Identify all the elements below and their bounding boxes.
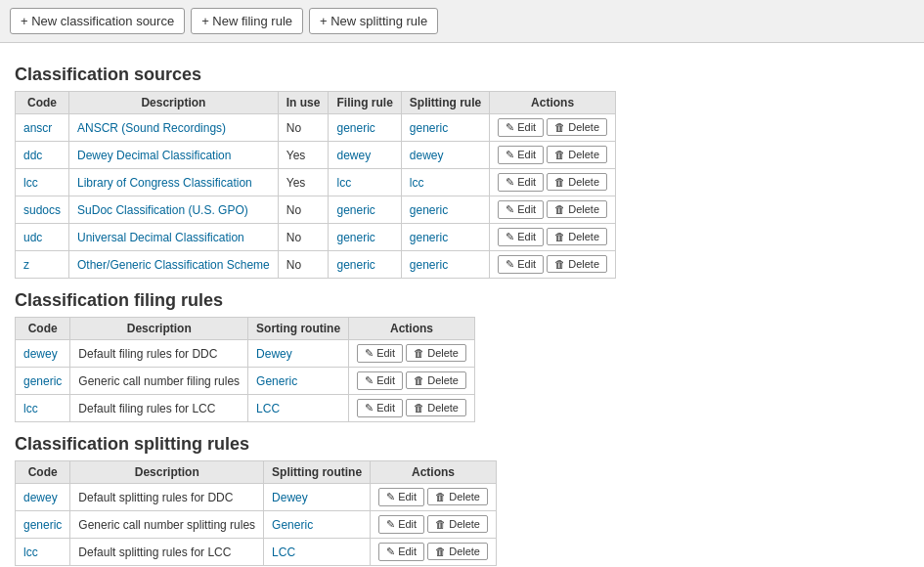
edit-button[interactable]: ✎ Edit [498,228,544,246]
delete-button[interactable]: 🗑 Delete [406,371,466,389]
filing-actions: ✎ Edit🗑 Delete [349,368,475,395]
edit-button[interactable]: ✎ Edit [357,371,403,390]
col-sorting-routine: Sorting routine [248,318,349,340]
table-row: lcc Library of Congress Classification Y… [16,169,616,196]
edit-button[interactable]: ✎ Edit [498,146,544,164]
edit-button[interactable]: ✎ Edit [498,173,544,192]
filing-sorting-routine: Dewey [248,340,349,368]
col-code: Code [16,461,70,484]
source-code: udc [16,224,69,251]
table-row: dewey Default splitting rules for DDC De… [16,484,497,511]
splitting-description: Generic call number splitting rules [70,511,264,539]
delete-button[interactable]: 🗑 Delete [547,200,607,218]
table-row: sudocs SuDoc Classification (U.S. GPO) N… [16,196,616,224]
source-actions: ✎ Edit🗑 Delete [490,196,616,224]
source-code: ddc [16,142,69,169]
edit-button[interactable]: ✎ Edit [378,488,424,506]
col-actions: Actions [349,318,475,340]
edit-button[interactable]: ✎ Edit [357,344,403,363]
main-content: Classification sources Code Description … [0,43,924,567]
splitting-rules-title: Classification splitting rules [15,434,909,455]
source-code: z [16,251,69,279]
source-filing-rule: dewey [329,142,401,169]
new-classification-source-button[interactable]: + New classification source [10,8,185,34]
col-actions: Actions [371,461,497,484]
table-row: z Other/Generic Classification Scheme No… [16,251,616,279]
source-filing-rule: generic [329,224,401,251]
delete-button[interactable]: 🗑 Delete [547,255,607,273]
source-description: ANSCR (Sound Recordings) [69,114,279,142]
new-filing-rule-button[interactable]: + New filing rule [191,8,303,34]
source-in-use: No [278,224,329,251]
table-row: lcc Default splitting rules for LCC LCC … [16,539,497,566]
delete-button[interactable]: 🗑 Delete [547,228,607,245]
splitting-rules-table: Code Description Splitting routine Actio… [15,460,497,566]
delete-button[interactable]: 🗑 Delete [427,543,488,560]
table-row: generic Generic call number splitting ru… [16,511,497,539]
delete-button[interactable]: 🗑 Delete [406,344,466,362]
splitting-routine: Dewey [264,484,371,511]
col-filing-rule: Filing rule [329,92,401,114]
edit-button[interactable]: ✎ Edit [498,118,544,137]
source-actions: ✎ Edit🗑 Delete [490,114,616,142]
splitting-description: Default splitting rules for DDC [70,484,264,511]
filing-rules-section: Classification filing rules Code Descrip… [15,290,909,422]
delete-button[interactable]: 🗑 Delete [547,173,607,191]
filing-code: generic [16,368,70,395]
table-row: anscr ANSCR (Sound Recordings) No generi… [16,114,616,142]
splitting-code: generic [16,511,70,539]
source-filing-rule: generic [329,251,401,279]
splitting-routine: LCC [264,539,371,566]
filing-rules-title: Classification filing rules [15,290,909,311]
delete-button[interactable]: 🗑 Delete [406,399,466,416]
splitting-actions: ✎ Edit🗑 Delete [371,539,497,566]
filing-sorting-routine: Generic [248,368,349,395]
col-in-use: In use [278,92,329,114]
edit-button[interactable]: ✎ Edit [378,543,424,561]
source-description: Library of Congress Classification [69,169,279,196]
source-actions: ✎ Edit🗑 Delete [490,224,616,251]
source-splitting-rule: generic [401,224,489,251]
edit-button[interactable]: ✎ Edit [498,255,544,274]
classification-sources-title: Classification sources [15,65,909,85]
source-in-use: No [278,196,329,224]
delete-button[interactable]: 🗑 Delete [547,118,607,136]
col-description: Description [70,318,248,340]
source-in-use: No [278,114,329,142]
filing-code: dewey [16,340,70,368]
delete-button[interactable]: 🗑 Delete [427,515,488,533]
col-splitting-routine: Splitting routine [264,461,371,484]
source-filing-rule: generic [329,196,401,224]
edit-button[interactable]: ✎ Edit [378,515,424,534]
splitting-rules-section: Classification splitting rules Code Desc… [15,434,909,566]
source-splitting-rule: generic [401,251,489,279]
toolbar: + New classification source + New filing… [0,0,924,43]
col-code: Code [16,92,69,114]
filing-actions: ✎ Edit🗑 Delete [349,395,475,422]
filing-sorting-routine: LCC [248,395,349,422]
delete-button[interactable]: 🗑 Delete [427,488,488,505]
new-splitting-rule-button[interactable]: + New splitting rule [309,8,438,34]
source-code: lcc [16,169,69,196]
splitting-code: dewey [16,484,70,511]
edit-button[interactable]: ✎ Edit [357,399,403,417]
source-in-use: Yes [278,142,329,169]
filing-code: lcc [16,395,70,422]
table-row: generic Generic call number filing rules… [16,368,475,395]
source-filing-rule: lcc [329,169,401,196]
source-code: anscr [16,114,69,142]
filing-description: Default filing rules for DDC [70,340,248,368]
table-row: ddc Dewey Decimal Classification Yes dew… [16,142,616,169]
source-actions: ✎ Edit🗑 Delete [490,142,616,169]
splitting-actions: ✎ Edit🗑 Delete [371,484,497,511]
source-description: Dewey Decimal Classification [69,142,279,169]
col-description: Description [70,461,264,484]
table-row: dewey Default filing rules for DDC Dewey… [16,340,475,368]
source-code: sudocs [16,196,69,224]
delete-button[interactable]: 🗑 Delete [547,146,607,163]
col-splitting-rule: Splitting rule [401,92,489,114]
classification-sources-section: Classification sources Code Description … [15,65,909,279]
table-row: udc Universal Decimal Classification No … [16,224,616,251]
edit-button[interactable]: ✎ Edit [498,200,544,219]
col-description: Description [69,92,279,114]
